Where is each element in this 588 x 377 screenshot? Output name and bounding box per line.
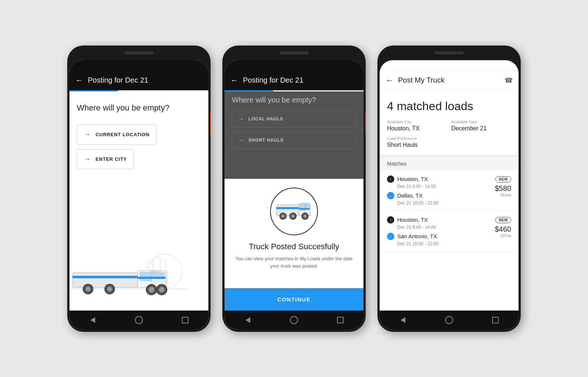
recents-nav-button-2[interactable] <box>336 315 345 325</box>
to-city-1: Dallas, TX <box>397 192 423 199</box>
svg-point-24 <box>281 214 284 218</box>
back-nav-button-3[interactable] <box>398 315 408 325</box>
side-button-2 <box>365 112 366 134</box>
header-title-3: Post My Truck <box>398 76 500 84</box>
matched-loads-title: 4 matched loads <box>387 99 511 113</box>
back-icon[interactable]: ← <box>75 76 83 85</box>
back-nav-button[interactable] <box>88 315 97 325</box>
s3-meta-grid: Available City Houston, TX Available Dat… <box>387 120 511 148</box>
from-city-row-2: ↑ Houston, TX <box>387 216 495 224</box>
header-title-1: Posting for Dec 21 <box>88 76 202 84</box>
phone-icon[interactable]: ☎ <box>505 76 513 84</box>
s2-overlay: Where will you be empty? → LOCAL HAULS →… <box>225 91 363 311</box>
home-nav-button-3[interactable] <box>444 315 454 325</box>
arrow-icon-2: → <box>84 155 90 163</box>
svg-point-17 <box>159 287 164 292</box>
empty-question: Where will you be empty? <box>69 91 208 120</box>
from-city-1: Houston, TX <box>397 176 428 182</box>
new-badge-2: NEW <box>495 217 511 223</box>
svg-rect-5 <box>72 272 137 287</box>
from-city-2: Houston, TX <box>397 217 428 223</box>
load-pref-value: Short Hauls <box>387 142 511 148</box>
back-nav-icon <box>90 317 95 323</box>
miles-2: 197mi <box>495 233 512 238</box>
phones-container: ← Posting for Dec 21 Where will you be e… <box>67 46 521 332</box>
load-left-1: ↑ Houston, TX Dec 21 8:00 - 14:00 ↓ Dall… <box>387 175 495 206</box>
to-city-row-1: ↓ Dallas, TX <box>387 192 495 199</box>
app-header-3: ← Post My Truck ☎ <box>380 70 519 91</box>
home-nav-button-2[interactable] <box>289 315 299 325</box>
load-pref-block: Load Preference Short Hauls <box>387 136 511 148</box>
back-icon-3[interactable]: ← <box>386 76 394 85</box>
success-title: Truck Posted Succesfully <box>249 242 339 251</box>
content-3: 4 matched loads Available City Houston, … <box>380 91 519 311</box>
price-2: $460 <box>495 225 512 233</box>
to-time-2: Dec 21 16:00 - 22:00 <box>397 241 495 246</box>
miles-1: 251mi <box>495 193 512 197</box>
svg-rect-22 <box>299 208 310 210</box>
content-2: Where will you be empty? → LOCAL HAULS →… <box>225 91 363 311</box>
short-hauls-button[interactable]: → SHORT HAULS <box>232 131 356 149</box>
pickup-icon-2: ↑ <box>387 216 394 224</box>
back-nav-icon-3 <box>401 317 405 323</box>
svg-rect-19 <box>276 207 299 209</box>
svg-rect-9 <box>137 276 165 279</box>
enter-city-button[interactable]: → ENTER CITY <box>77 149 134 169</box>
screen-1: ← Posting for Dec 21 Where will you be e… <box>69 60 208 330</box>
available-date-value: December 21 <box>451 125 511 132</box>
dropoff-icon-1: ↓ <box>387 192 394 199</box>
load-row-from-2: ↑ Houston, TX Dec 21 8:00 - 14:00 ↓ San … <box>387 216 511 246</box>
s3-hero-section: 4 matched loads Available City Houston, … <box>380 91 519 157</box>
from-time-2: Dec 21 8:00 - 14:00 <box>397 225 495 230</box>
svg-point-28 <box>303 214 306 218</box>
content-1: Where will you be empty? → CURRENT LOCAT… <box>69 91 208 311</box>
home-nav-icon-3 <box>445 316 453 324</box>
matches-section-header: Matches <box>380 157 519 170</box>
back-icon-2[interactable]: ← <box>230 76 239 85</box>
back-nav-button-2[interactable] <box>243 315 252 325</box>
screen-2: ← Posting for Dec 21 Where will you be e… <box>225 60 363 330</box>
from-time-1: Dec 21 8:00 - 14:00 <box>397 184 495 189</box>
nav-bar-2 <box>225 311 363 330</box>
app-header-1: ← Posting for Dec 21 <box>69 70 208 90</box>
to-city-row-2: ↓ San Antonio, TX <box>387 233 495 240</box>
continue-button[interactable]: CONTINUE <box>225 288 363 311</box>
svg-point-26 <box>291 214 295 218</box>
load-item-1[interactable]: ↑ Houston, TX Dec 21 8:00 - 14:00 ↓ Dall… <box>380 170 519 211</box>
s3-scroll-content: 4 matched loads Available City Houston, … <box>380 91 519 311</box>
truck-illustration <box>69 237 208 311</box>
arrow-icon-1: → <box>84 131 90 138</box>
recents-nav-button[interactable] <box>180 315 190 325</box>
available-city-block: Available City Houston, TX <box>387 120 447 132</box>
home-nav-button[interactable] <box>134 315 144 325</box>
short-hauls-label: SHORT HAULS <box>248 138 283 143</box>
s2-backdrop-content: Where will you be empty? → LOCAL HAULS →… <box>225 91 363 158</box>
recents-nav-button-3[interactable] <box>491 315 500 325</box>
load-right-2: NEW $460 197mi <box>495 216 512 238</box>
current-location-button[interactable]: → CURRENT LOCATION <box>77 124 157 145</box>
status-bar <box>69 60 208 70</box>
success-modal: Truck Posted Succesfully You can view yo… <box>225 179 363 310</box>
screen-3: ← Post My Truck ☎ 4 matched loads Availa… <box>380 60 519 330</box>
new-badge-1: NEW <box>495 176 511 182</box>
pickup-icon-1: ↑ <box>387 175 394 183</box>
current-location-label: CURRENT LOCATION <box>96 132 150 137</box>
svg-point-15 <box>149 287 154 292</box>
recents-nav-icon-2 <box>337 317 344 323</box>
home-nav-icon <box>135 316 143 324</box>
price-1: $580 <box>495 184 512 193</box>
load-item-2[interactable]: ↑ Houston, TX Dec 21 8:00 - 14:00 ↓ San … <box>380 211 519 252</box>
to-time-1: Dec 21 16:00 - 22:00 <box>397 200 495 206</box>
recents-nav-icon <box>182 317 189 323</box>
status-bar-3 <box>380 60 519 70</box>
load-right-1: NEW $580 251mi <box>495 175 512 197</box>
local-hauls-button[interactable]: → LOCAL HAULS <box>232 110 356 128</box>
header-title-2: Posting for Dec 21 <box>243 76 358 84</box>
dropoff-icon-2: ↓ <box>387 233 394 240</box>
available-city-value: Houston, TX <box>387 125 447 132</box>
local-hauls-label: LOCAL HAULS <box>248 116 283 122</box>
available-city-label: Available City <box>387 120 447 124</box>
phone-2: ← Posting for Dec 21 Where will you be e… <box>222 46 366 332</box>
to-city-2: San Antonio, TX <box>397 233 437 239</box>
available-date-label: Available Date <box>451 120 511 124</box>
